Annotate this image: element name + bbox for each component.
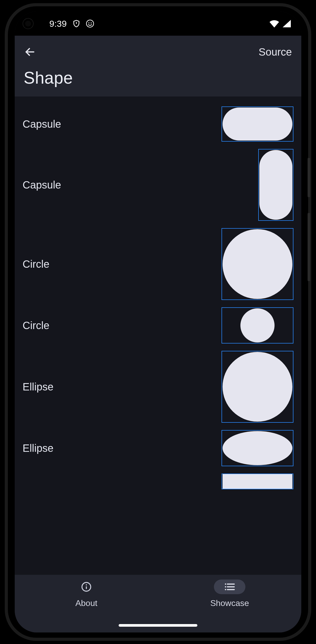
shape-label: Ellipse (23, 442, 54, 454)
source-link[interactable]: Source (259, 46, 293, 58)
shape-preview (222, 106, 293, 142)
cellular-signal-icon (282, 20, 291, 28)
ellipse-shape (223, 431, 292, 465)
ellipse-shape (223, 352, 292, 422)
list-item (15, 470, 301, 489)
list-item: Ellipse (15, 347, 301, 426)
shape-label: Ellipse (23, 381, 54, 393)
rectangle-shape (223, 474, 292, 489)
svg-point-11 (225, 589, 226, 590)
shape-label: Capsule (23, 179, 61, 191)
nav-label: Showcase (210, 598, 249, 608)
capsule-shape (223, 108, 292, 141)
svg-point-10 (225, 586, 226, 588)
arrow-back-icon (24, 46, 36, 58)
shape-preview (222, 351, 293, 423)
front-camera (23, 18, 34, 29)
status-bar: 9:39 (15, 12, 301, 36)
face-icon (86, 20, 94, 28)
nav-label: About (75, 598, 97, 608)
shape-preview (222, 228, 293, 300)
circle-shape (240, 308, 275, 342)
status-time: 9:39 (49, 19, 67, 29)
home-indicator[interactable] (119, 624, 197, 627)
shape-preview (222, 474, 293, 489)
shape-preview (222, 307, 293, 344)
svg-point-2 (91, 23, 92, 24)
shape-preview (222, 430, 293, 466)
svg-point-9 (225, 583, 226, 585)
shape-preview (258, 149, 293, 221)
wifi-icon (269, 20, 279, 28)
list-item: Capsule (15, 145, 301, 224)
list-icon (214, 579, 245, 594)
shape-label: Circle (23, 320, 49, 331)
circle-shape (223, 229, 292, 299)
list-item: Circle (15, 224, 301, 304)
back-button[interactable] (23, 45, 37, 59)
shape-label: Circle (23, 258, 49, 270)
list-item: Capsule (15, 103, 301, 145)
capsule-shape (259, 150, 292, 220)
page-title: Shape (23, 63, 293, 89)
info-icon (71, 579, 102, 594)
shape-list[interactable]: Capsule Capsule Circle (15, 96, 301, 575)
privacy-shield-icon (72, 19, 80, 28)
shape-label: Capsule (23, 118, 61, 130)
svg-point-1 (88, 23, 89, 24)
list-item: Circle (15, 304, 301, 347)
list-item: Ellipse (15, 426, 301, 470)
bottom-navigation: About Showcase (15, 575, 301, 632)
svg-point-0 (86, 20, 94, 27)
app-bar: Source Shape (15, 36, 301, 96)
svg-point-5 (86, 584, 87, 585)
